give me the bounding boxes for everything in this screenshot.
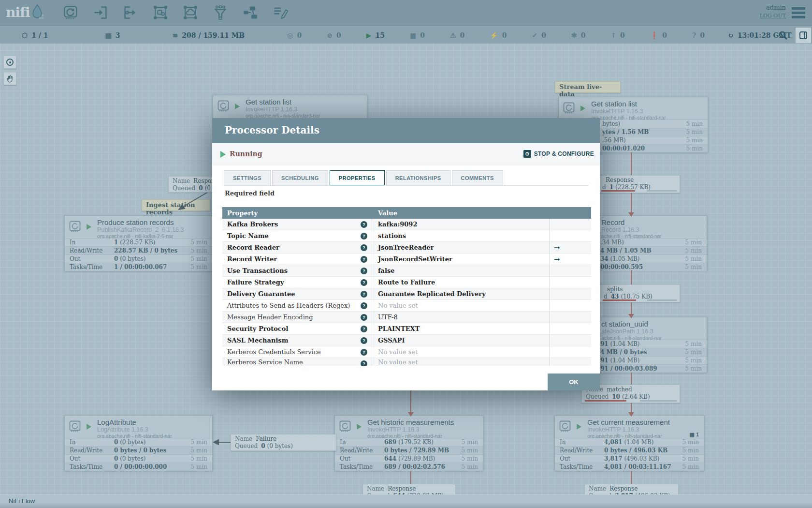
property-name: SASL Mechanism ? bbox=[222, 335, 372, 346]
processor-type: LogAttribute 1.16.3 bbox=[97, 426, 148, 433]
property-value[interactable]: stations bbox=[372, 230, 550, 241]
dialog-tab[interactable]: PROPERTIES bbox=[330, 170, 385, 185]
property-value[interactable]: No value set bbox=[372, 358, 550, 366]
processor-produce-station-records[interactable]: Produce station records PublishKafkaReco… bbox=[64, 215, 213, 271]
remote-process-group-icon[interactable] bbox=[182, 4, 199, 21]
property-name: Record Writer ? bbox=[222, 254, 372, 265]
property-row: Record Reader ? JsonTreeReader → bbox=[222, 242, 591, 254]
goto-service-icon[interactable]: → bbox=[550, 254, 591, 265]
help-icon[interactable]: ? bbox=[361, 233, 367, 239]
property-value[interactable]: PLAINTEXT bbox=[372, 323, 550, 334]
help-icon[interactable]: ? bbox=[361, 268, 367, 274]
processor-icon[interactable] bbox=[62, 4, 79, 21]
output-port-icon[interactable] bbox=[122, 4, 139, 21]
property-value[interactable]: kafka:9092 bbox=[372, 219, 550, 230]
processor-logattribute[interactable]: LogAttribute LogAttribute 1.16.3 org.apa… bbox=[64, 415, 213, 471]
dialog-tab[interactable]: COMMENTS bbox=[452, 170, 503, 185]
processor-stat-row: Tasks/Time0 / 00:00:00.000 5 min bbox=[65, 463, 212, 471]
property-value[interactable]: Guarantee Replicated Delivery bbox=[372, 288, 550, 299]
processor-chip-icon bbox=[563, 102, 575, 116]
dialog-tab[interactable]: SETTINGS bbox=[224, 170, 271, 185]
help-icon[interactable]: ? bbox=[361, 302, 367, 309]
processor-name: Get station list bbox=[246, 98, 291, 106]
connection-splits[interactable]: splits d43(10.75 KB) bbox=[599, 284, 680, 302]
property-value[interactable]: false bbox=[372, 265, 550, 276]
help-icon[interactable]: ? bbox=[361, 337, 367, 344]
processor-stat-row: 91 (1.04 MB)5 min bbox=[598, 340, 707, 348]
dialog-tab[interactable]: RELATIONSHIPS bbox=[386, 170, 450, 185]
processor-chip-icon bbox=[69, 220, 81, 235]
status-count: ⚠ 0 bbox=[450, 31, 464, 39]
total-queued: ≡ 208 / 159.11 MB bbox=[173, 31, 245, 39]
component-toolbar bbox=[62, 4, 289, 21]
processor-chip-icon bbox=[339, 420, 351, 434]
property-value[interactable]: No value set bbox=[372, 346, 550, 358]
process-group-icon[interactable] bbox=[152, 4, 169, 21]
template-icon[interactable] bbox=[242, 4, 259, 21]
property-value[interactable]: JsonRecordSetWriter bbox=[372, 254, 550, 265]
label-icon[interactable] bbox=[272, 4, 289, 21]
app-header: nifi admin LOG OUT bbox=[0, 0, 812, 26]
running-icon bbox=[577, 424, 581, 430]
property-value[interactable]: No value set bbox=[372, 300, 550, 311]
logout-link[interactable]: LOG OUT bbox=[760, 13, 786, 19]
birdseye-button[interactable] bbox=[3, 56, 16, 69]
hide-palette-button[interactable] bbox=[796, 28, 811, 43]
processor-name: Get station list bbox=[591, 100, 637, 108]
processor-type: InvokeHTTP 1.16.3 bbox=[591, 108, 643, 115]
processor-stat-row: In1 (228.57 KB)5 min bbox=[65, 238, 212, 246]
search-icon[interactable] bbox=[778, 30, 788, 42]
processor-get-current-measurement[interactable]: Get current measurement InvokeHTTP 1.16.… bbox=[554, 415, 704, 471]
ok-button[interactable]: OK bbox=[548, 374, 600, 390]
input-port-icon[interactable] bbox=[92, 4, 109, 21]
help-icon[interactable]: ? bbox=[361, 360, 367, 366]
help-icon[interactable]: ? bbox=[361, 256, 367, 263]
help-icon[interactable]: ? bbox=[361, 279, 367, 286]
pan-hand-button[interactable] bbox=[3, 72, 16, 85]
connection-response-live[interactable]: Response d1(228.57 KB) bbox=[598, 175, 680, 193]
component-counts: ◎ 0 ⊘ 0 ▶ 15 ■ 0 ⚠ 0 ⚡ 0 ✓ 0 ✱ bbox=[287, 31, 705, 39]
help-icon[interactable]: ? bbox=[361, 244, 367, 251]
connection-failure[interactable]: NameFailure Queued0(0 bytes) bbox=[231, 434, 336, 451]
property-row: Use Transactions ? false → bbox=[222, 265, 591, 277]
nifi-drop-icon bbox=[31, 4, 45, 20]
help-icon[interactable]: ? bbox=[361, 314, 367, 321]
processor-extract-station-uuid-occluded[interactable]: ct station_uuid ateJsonPath 1.16.3 ache.… bbox=[598, 317, 707, 373]
flow-status-bar: ⬡ 1 / 1 ▦ 3 ≡ 208 / 159.11 MB ◎ 0 ⊘ 0 ▶ … bbox=[0, 26, 812, 44]
canvas-label-ingest-station-records[interactable]: Ingest station records bbox=[142, 199, 210, 211]
property-value[interactable]: Route to Failure bbox=[372, 277, 550, 288]
property-name: Message Header Encoding ? bbox=[222, 312, 372, 323]
refresh-icon[interactable]: ↻ bbox=[728, 31, 734, 39]
funnel-icon[interactable] bbox=[212, 4, 229, 21]
help-icon[interactable]: ? bbox=[361, 349, 367, 356]
property-name: Failure Strategy ? bbox=[222, 277, 372, 288]
processor-record-occluded[interactable]: Record Record 1.16.3 ache.nifi - nifi-st… bbox=[598, 215, 707, 270]
processor-get-historic-measurements[interactable]: Get historic measurements InvokeHTTP 1.1… bbox=[334, 415, 483, 471]
status-count: ■ 0 bbox=[410, 31, 425, 39]
canvas-label-stream-live-data[interactable]: Stream live-data bbox=[555, 81, 621, 93]
status-count: ▶ 15 bbox=[366, 31, 385, 39]
cluster-node-badge: ▦1 bbox=[689, 432, 699, 438]
cluster-icon: ⬡ bbox=[22, 31, 28, 39]
stop-and-configure-button[interactable]: ⚙ STOP & CONFIGURE bbox=[523, 150, 594, 158]
property-value[interactable]: UTF-8 bbox=[372, 312, 550, 323]
global-menu-icon[interactable] bbox=[792, 7, 805, 20]
property-name: Attributes to Send as Headers (Regex) ? bbox=[222, 300, 372, 311]
processor-stat-row: Tasks/Time4,081 / 00:03:11.167 5 min bbox=[555, 463, 704, 471]
help-icon[interactable]: ? bbox=[361, 291, 367, 298]
goto-service-icon[interactable]: → bbox=[550, 242, 591, 253]
processor-stat-row: 91 / 00:00:03.089 5 min bbox=[598, 364, 707, 373]
breadcrumb[interactable]: NiFi Flow bbox=[9, 497, 35, 505]
dialog-status-row: Running ⚙ STOP & CONFIGURE bbox=[212, 143, 600, 165]
status-count: ⊘ 0 bbox=[327, 31, 341, 39]
dialog-title: Processor Details bbox=[225, 124, 319, 136]
processor-chip-icon bbox=[559, 420, 571, 434]
property-value[interactable]: JsonTreeReader bbox=[372, 242, 550, 253]
processor-stat-row: In4,081 (1.04 MB)5 min bbox=[555, 438, 704, 446]
dialog-tab[interactable]: SCHEDULING bbox=[272, 170, 328, 185]
processor-stat-row: .34 MB)5 min bbox=[598, 238, 707, 246]
help-icon[interactable]: ? bbox=[361, 221, 367, 228]
help-icon[interactable]: ? bbox=[361, 326, 367, 332]
processor-stat-row: 4 MB / 1.05 MB 5 min bbox=[598, 246, 707, 254]
property-value[interactable]: GSSAPI bbox=[372, 335, 550, 346]
